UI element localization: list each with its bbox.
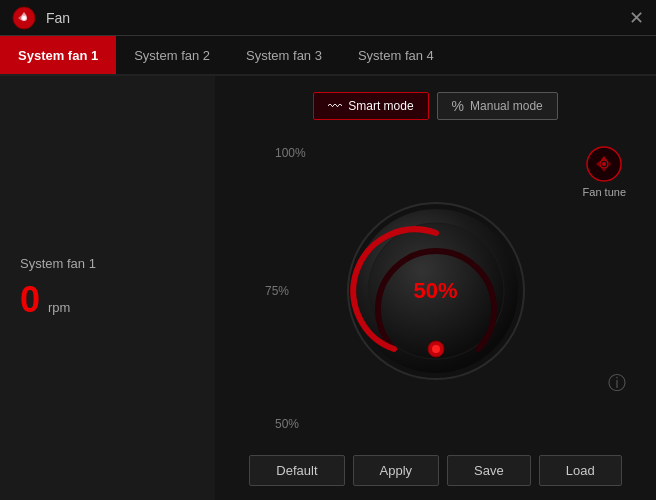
tab-system-fan-1[interactable]: System fan 1: [0, 36, 116, 74]
scale-50-label: 50%: [275, 417, 299, 431]
manual-mode-icon: %: [452, 98, 464, 114]
tab-system-fan-3[interactable]: System fan 3: [228, 36, 340, 74]
fan-tune-button[interactable]: Fan tune: [583, 146, 626, 198]
mode-buttons: 〰 Smart mode % Manual mode: [235, 92, 636, 120]
main-area: System fan 1 0 rpm 〰 Smart mode % Manual…: [0, 76, 656, 500]
fan-knob[interactable]: 50%: [346, 201, 526, 381]
tab-bar: System fan 1 System fan 2 System fan 3 S…: [0, 36, 656, 76]
title-bar: Fan ✕: [0, 0, 656, 36]
tab-system-fan-2[interactable]: System fan 2: [116, 36, 228, 74]
fan-label: System fan 1: [20, 256, 195, 271]
apply-button[interactable]: Apply: [353, 455, 440, 486]
svg-point-1: [22, 16, 26, 20]
default-button[interactable]: Default: [249, 455, 344, 486]
scale-100-label: 100%: [275, 146, 306, 160]
load-button[interactable]: Load: [539, 455, 622, 486]
manual-mode-label: Manual mode: [470, 99, 543, 113]
app-logo: [12, 6, 36, 30]
smart-mode-label: Smart mode: [348, 99, 413, 113]
fan-tune-label: Fan tune: [583, 186, 626, 198]
tab-system-fan-4[interactable]: System fan 4: [340, 36, 452, 74]
info-icon[interactable]: ⓘ: [608, 371, 626, 395]
smart-mode-button[interactable]: 〰 Smart mode: [313, 92, 428, 120]
fan-tune-icon: [586, 146, 622, 182]
manual-mode-button[interactable]: % Manual mode: [437, 92, 558, 120]
rpm-unit: rpm: [48, 300, 70, 315]
bottom-buttons: Default Apply Save Load: [235, 455, 636, 486]
rpm-value: 0: [20, 279, 40, 321]
scale-75-label: 75%: [265, 284, 289, 298]
svg-point-9: [602, 162, 606, 166]
right-panel: 〰 Smart mode % Manual mode 100% 75% 50%: [215, 76, 656, 500]
smart-mode-icon: 〰: [328, 98, 342, 114]
save-button[interactable]: Save: [447, 455, 531, 486]
close-button[interactable]: ✕: [629, 9, 644, 27]
rpm-row: 0 rpm: [20, 279, 195, 321]
window-title: Fan: [46, 10, 629, 26]
svg-point-6: [432, 345, 440, 353]
knob-area: 100% 75% 50%: [235, 136, 636, 445]
knob-percent-label: 50%: [413, 278, 457, 304]
sidebar: System fan 1 0 rpm: [0, 76, 215, 500]
